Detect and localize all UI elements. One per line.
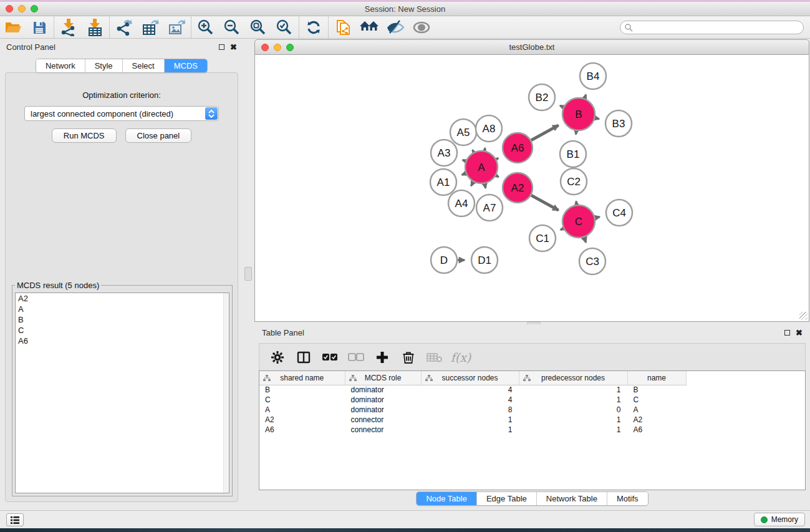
column-header-MCDS-role[interactable]: MCDS role (345, 371, 421, 385)
close-table-panel-icon[interactable]: ✖ (796, 330, 803, 336)
edge-A-A3[interactable] (463, 160, 466, 162)
close-panel-icon[interactable]: ✖ (230, 44, 237, 50)
edge-C-C3[interactable] (584, 238, 586, 243)
function-builder-icon[interactable]: f(x) (449, 347, 473, 368)
search-field[interactable] (620, 21, 804, 34)
deselect-all-icon[interactable] (344, 347, 368, 368)
import-network-icon[interactable] (55, 18, 82, 37)
resize-grip-icon[interactable] (799, 312, 808, 320)
columns-icon[interactable] (292, 347, 316, 368)
mcds-result-list[interactable]: A2ABCA6 (15, 293, 229, 493)
tab-mcds[interactable]: MCDS (165, 59, 207, 72)
export-network-icon[interactable] (111, 18, 137, 37)
scrollbar-track[interactable] (223, 293, 229, 493)
table-tab-edge-table[interactable]: Edge Table (477, 492, 537, 505)
export-image-icon[interactable] (163, 18, 190, 37)
vertical-splitter-handle[interactable] (244, 267, 252, 281)
node-A4[interactable]: A4 (448, 190, 475, 216)
table-row[interactable]: Adominator80A (259, 405, 686, 415)
table-row[interactable]: A2connector11A2 (259, 415, 686, 425)
node-C2[interactable]: C2 (561, 168, 587, 195)
optimization-criterion-select[interactable]: largest connected component (directed) (24, 106, 219, 121)
tab-style[interactable]: Style (85, 59, 123, 72)
delete-table-icon[interactable] (423, 347, 446, 368)
delete-icon[interactable] (397, 347, 420, 368)
edge-A6-B[interactable] (531, 125, 559, 140)
mcds-result-item[interactable]: A2 (16, 293, 229, 304)
clone-network-icon[interactable] (330, 18, 356, 37)
edge-C-C1[interactable] (561, 228, 564, 230)
save-session-icon[interactable] (26, 18, 52, 37)
node-A6[interactable]: A6 (503, 133, 533, 163)
tab-select[interactable]: Select (123, 59, 165, 72)
float-panel-icon[interactable] (219, 44, 224, 50)
edge-A-A4[interactable] (471, 182, 474, 186)
node-A5[interactable]: A5 (450, 119, 476, 145)
node-D1[interactable]: D1 (471, 247, 498, 273)
edge-C-C2[interactable] (576, 201, 577, 205)
search-input[interactable] (633, 23, 803, 32)
node-A1[interactable]: A1 (430, 169, 456, 195)
tab-network[interactable]: Network (36, 59, 85, 72)
column-header-successor-nodes[interactable]: successor nodes (421, 371, 519, 385)
node-A8[interactable]: A8 (476, 115, 502, 142)
column-header-name[interactable]: name (627, 371, 686, 385)
add-column-icon[interactable] (370, 347, 394, 368)
gear-icon[interactable] (266, 347, 289, 368)
node-C1[interactable]: C1 (529, 225, 556, 251)
edge-A-A7[interactable] (485, 184, 485, 188)
mcds-result-item[interactable]: B (16, 314, 229, 325)
export-table-icon[interactable] (137, 18, 163, 37)
node-C[interactable]: C (562, 205, 595, 238)
node-B[interactable]: B (562, 98, 595, 130)
edge-B-B4[interactable] (585, 95, 586, 99)
edge-A-A1[interactable] (462, 173, 466, 175)
node-C4[interactable]: C4 (606, 200, 632, 226)
edge-B-B1[interactable] (576, 131, 577, 135)
table-row[interactable]: Cdominator41C (259, 395, 686, 405)
import-table-icon[interactable] (82, 18, 108, 37)
node-B2[interactable]: B2 (529, 84, 555, 110)
hide-details-icon[interactable] (382, 18, 408, 37)
float-table-panel-icon[interactable] (784, 330, 790, 336)
node-A3[interactable]: A3 (431, 140, 457, 166)
zoom-out-icon[interactable] (219, 18, 245, 37)
node-B3[interactable]: B3 (605, 110, 632, 137)
table-tab-node-table[interactable]: Node Table (417, 492, 477, 505)
edge-B-B3[interactable] (595, 118, 599, 119)
table-tab-network-table[interactable]: Network Table (537, 492, 607, 505)
open-session-icon[interactable] (0, 18, 26, 37)
close-panel-button[interactable]: Close panel (125, 128, 192, 143)
memory-button[interactable]: Memory (754, 513, 805, 526)
edge-A-A5[interactable] (473, 150, 474, 152)
node-D[interactable]: D (431, 247, 457, 273)
node-C3[interactable]: C3 (579, 248, 605, 274)
node-A[interactable]: A (465, 151, 498, 183)
node-A7[interactable]: A7 (476, 195, 503, 221)
mcds-result-item[interactable]: A6 (16, 336, 229, 346)
run-mcds-button[interactable]: Run MCDS (52, 128, 117, 143)
edge-A-A8[interactable] (485, 148, 485, 150)
mcds-result-item[interactable]: C (16, 325, 229, 336)
select-all-icon[interactable] (318, 347, 342, 368)
column-header-predecessor-nodes[interactable]: predecessor nodes (519, 371, 627, 385)
edge-A2-C[interactable] (531, 195, 559, 210)
refresh-icon[interactable] (301, 18, 327, 37)
network-window-titlebar[interactable]: testGlobe.txt (254, 39, 809, 55)
edge-C-C4[interactable] (595, 217, 599, 218)
node-table[interactable]: shared nameMCDS rolesuccessor nodesprede… (259, 370, 806, 490)
node-B4[interactable]: B4 (580, 63, 606, 89)
show-details-icon[interactable] (408, 18, 435, 37)
zoom-in-icon[interactable] (193, 18, 219, 37)
table-row[interactable]: A6connector11A6 (259, 425, 686, 435)
home-icon[interactable] (356, 18, 382, 37)
node-B1[interactable]: B1 (560, 141, 586, 167)
table-tab-motifs[interactable]: Motifs (607, 492, 648, 505)
node-A2[interactable]: A2 (503, 173, 533, 203)
mcds-result-item[interactable]: A (16, 304, 229, 314)
zoom-fit-icon[interactable] (245, 18, 271, 37)
edge-A-A6[interactable] (496, 158, 498, 160)
column-header-shared-name[interactable]: shared name (259, 371, 345, 385)
edge-B-B2[interactable] (560, 105, 563, 107)
table-row[interactable]: Bdominator41B (259, 385, 686, 395)
